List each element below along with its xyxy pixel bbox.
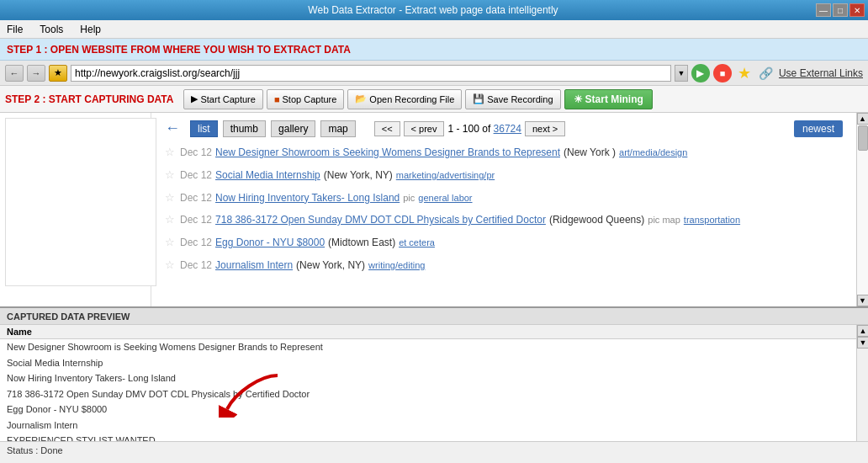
menu-tools[interactable]: Tools <box>36 23 66 36</box>
star-icon[interactable]: ☆ <box>165 211 175 229</box>
listing-title[interactable]: Egg Donor - NYU $8000 <box>215 235 325 251</box>
preview-row: 718 386-3172 Open Sunday DMV DOT CDL Phy… <box>0 386 856 402</box>
external-links-label[interactable]: Use External Links <box>779 67 863 79</box>
scroll-up-button[interactable]: ▲ <box>857 113 869 125</box>
url-dropdown-arrow[interactable]: ▼ <box>675 65 688 82</box>
forward-button[interactable]: → <box>27 65 45 82</box>
view-thumb-button[interactable]: thumb <box>223 120 266 137</box>
list-item: ☆ Dec 12 718 386-3172 Open Sunday DMV DO… <box>151 208 856 231</box>
link-button[interactable]: 🔗 <box>757 64 775 82</box>
start-capture-button[interactable]: ▶ Start Capture <box>183 89 262 109</box>
close-button[interactable]: ✕ <box>849 3 865 17</box>
menu-help[interactable]: Help <box>77 23 104 36</box>
home-button[interactable]: ★ <box>49 65 67 82</box>
preview-row: Egg Donor - NYU $8000 <box>0 402 856 418</box>
stop-capture-button[interactable]: ■ Stop Capture <box>267 89 344 109</box>
content-area: ← list thumb gallery map << < prev 1 - 1… <box>151 113 856 306</box>
date: Dec 12 <box>180 212 212 228</box>
star-icon[interactable]: ☆ <box>165 257 175 274</box>
listing-extras: pic map <box>648 213 680 228</box>
listing-location: (Ridgewood Queens) <box>549 212 644 228</box>
date: Dec 12 <box>180 190 212 206</box>
stop-button[interactable]: ■ <box>713 64 732 82</box>
start-mining-button[interactable]: ☀ Start Mining <box>564 89 653 109</box>
back-button[interactable]: ← <box>5 65 24 82</box>
stop-capture-icon: ■ <box>274 94 280 104</box>
scrollbar-y: ▲ ▼ <box>856 113 868 306</box>
preview-col-name: Name <box>0 325 856 339</box>
pager: << < prev 1 - 100 of 36724 next > <box>374 121 565 136</box>
listing-tag[interactable]: transportation <box>684 213 740 228</box>
main-content: ← list thumb gallery map << < prev 1 - 1… <box>0 113 868 306</box>
next-page-button[interactable]: next > <box>525 121 565 136</box>
preview-row: New Designer Showroom is Seeking Womens … <box>0 339 856 355</box>
maximize-button[interactable]: □ <box>833 3 848 17</box>
listing-title[interactable]: Now Hiring Inventory Takers- Long Island <box>215 190 400 206</box>
listing-title[interactable]: Journalism Intern <box>215 258 293 274</box>
preview-table: Name New Designer Showroom is Seeking Wo… <box>0 325 856 441</box>
listing-location: (Midtown East) <box>328 235 395 251</box>
nav-row: ← list thumb gallery map << < prev 1 - 1… <box>151 116 856 141</box>
url-input[interactable] <box>71 65 671 82</box>
prev-page-button[interactable]: < prev <box>404 121 445 136</box>
list-item: ☆ Dec 12 Egg Donor - NYU $8000 (Midtown … <box>151 231 856 253</box>
total-count[interactable]: 36724 <box>494 123 521 135</box>
scroll-track <box>857 125 869 295</box>
save-recording-label: Save Recording <box>487 94 553 104</box>
star-icon[interactable]: ☆ <box>165 189 175 207</box>
list-item: ☆ Dec 12 Journalism Intern (New York, NY… <box>151 253 856 276</box>
preview-row: Now Hiring Inventory Takers- Long Island <box>0 370 856 386</box>
status-value: Done <box>40 445 62 455</box>
view-list-button[interactable]: list <box>190 120 218 137</box>
listing-title[interactable]: New Designer Showroom is Seeking Womens … <box>215 145 560 161</box>
preview-row: Journalism Intern <box>0 418 856 434</box>
title-bar: Web Data Extractor - Extract web page da… <box>0 0 868 20</box>
star-icon[interactable]: ☆ <box>165 144 175 162</box>
preview-scrollbar: ▲ ▼ <box>856 325 868 441</box>
favorite-button[interactable]: ★ <box>735 64 754 82</box>
listing-tag[interactable]: writing/editing <box>368 258 425 274</box>
view-map-button[interactable]: map <box>320 120 355 137</box>
scroll-thumb[interactable] <box>858 125 868 151</box>
play-button[interactable]: ▶ <box>691 64 710 82</box>
listing-tag[interactable]: general labor <box>418 191 472 206</box>
listing-title[interactable]: Social Media Internship <box>215 168 320 184</box>
left-panel <box>0 113 151 306</box>
start-mining-label: Start Mining <box>585 93 643 105</box>
listing-extras: pic <box>403 191 415 206</box>
left-panel-inner <box>5 118 156 286</box>
listing-tag[interactable]: et cetera <box>399 236 435 251</box>
minimize-button[interactable]: — <box>816 3 831 17</box>
newest-button[interactable]: newest <box>794 120 843 137</box>
status-bar: Status : Done <box>0 441 868 458</box>
preview-scroll-up[interactable]: ▲ <box>857 325 868 337</box>
list-item: ☆ Dec 12 Now Hiring Inventory Takers- Lo… <box>151 186 856 209</box>
listing-location: (New York, NY) <box>324 168 393 184</box>
date: Dec 12 <box>180 168 212 184</box>
star-icon[interactable]: ☆ <box>165 234 175 252</box>
view-gallery-button[interactable]: gallery <box>271 120 315 137</box>
open-recording-button[interactable]: 📂 Open Recording File <box>347 89 462 109</box>
open-recording-label: Open Recording File <box>369 94 454 104</box>
preview-content: Name New Designer Showroom is Seeking Wo… <box>0 325 868 441</box>
date: Dec 12 <box>180 235 212 251</box>
preview-row: Social Media Internship <box>0 355 856 371</box>
step1-bar: STEP 1 : OPEN WEBSITE FROM WHERE YOU WIS… <box>0 39 868 61</box>
star-icon[interactable]: ☆ <box>165 167 175 184</box>
preview-scroll-down[interactable]: ▼ <box>857 337 868 349</box>
menu-file[interactable]: File <box>3 23 26 36</box>
scroll-down-button[interactable]: ▼ <box>857 295 869 306</box>
save-recording-button[interactable]: 💾 Save Recording <box>465 89 560 109</box>
menu-bar: File Tools Help <box>0 20 868 39</box>
listing-location: (New York, NY) <box>296 258 365 274</box>
listing-tag[interactable]: art/media/design <box>619 146 687 161</box>
start-capture-icon: ▶ <box>191 93 198 104</box>
url-bar: ← → ★ ▼ ▶ ■ ★ 🔗 Use External Links <box>0 61 868 86</box>
listing-title[interactable]: 718 386-3172 Open Sunday DMV DOT CDL Phy… <box>215 212 546 228</box>
stop-capture-label: Stop Capture <box>283 94 337 104</box>
page-end: 100 <box>463 123 479 135</box>
save-recording-icon: 💾 <box>473 93 484 104</box>
back-arrow-icon[interactable]: ← <box>165 120 180 137</box>
first-page-button[interactable]: << <box>374 121 400 136</box>
listing-tag[interactable]: marketing/advertising/pr <box>396 168 495 184</box>
